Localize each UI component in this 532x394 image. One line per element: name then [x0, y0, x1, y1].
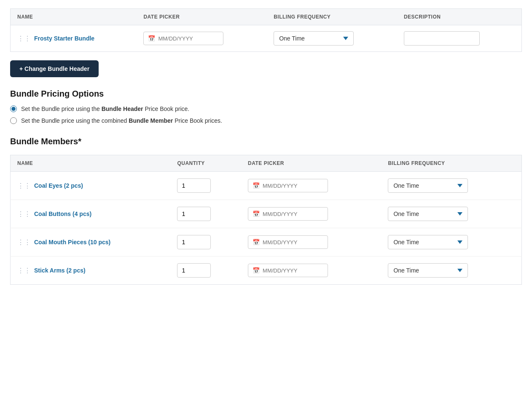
bundle-members-section: Bundle Members* NAME QUANTITY DATE PICKE… [10, 137, 522, 285]
bundle-members-table: NAME QUANTITY DATE PICKER BILLING FREQUE… [10, 155, 522, 285]
col-header-billing-frequency: BILLING FREQUENCY [267, 9, 397, 25]
member-date-cell-2: 📅 [241, 228, 381, 256]
member-qty-cell-1 [170, 200, 241, 228]
member-name-cell-2: ⋮⋮ Coal Mouth Pieces (10 pcs) [11, 228, 171, 256]
member-name-cell-0: ⋮⋮ Coal Eyes (2 pcs) [11, 172, 171, 200]
member-drag-handle-icon-2[interactable]: ⋮⋮ [17, 238, 31, 246]
member-qty-input-0[interactable] [177, 178, 211, 193]
members-col-name: NAME [11, 155, 171, 172]
member-date-input-3[interactable] [263, 267, 323, 274]
col-header-date-picker: DATE PICKER [137, 9, 267, 25]
calendar-icon-2: 📅 [253, 239, 260, 246]
member-drag-handle-icon-0[interactable]: ⋮⋮ [17, 182, 31, 190]
member-drag-handle-icon-3[interactable]: ⋮⋮ [17, 267, 31, 275]
member-row: ⋮⋮ Stick Arms (2 pcs) 📅 One TimeMonthlyA… [11, 256, 522, 285]
col-header-description: DESCRIPTION [397, 9, 522, 25]
member-date-wrapper-3: 📅 [248, 264, 328, 277]
bundle-header-row: ⋮⋮ Frosty Starter Bundle 📅 One Time Mont… [11, 25, 522, 52]
header-description-input[interactable] [404, 31, 480, 46]
members-col-quantity: QUANTITY [170, 155, 241, 172]
change-bundle-header-button[interactable]: + Change Bundle Header [10, 60, 99, 77]
bundle-member-bold: Bundle Member [129, 117, 173, 124]
header-name-cell: ⋮⋮ Frosty Starter Bundle [11, 25, 137, 52]
member-billing-select-2[interactable]: One TimeMonthlyAnnuallyWeekly [388, 235, 468, 249]
member-qty-input-2[interactable] [177, 235, 211, 249]
member-date-cell-3: 📅 [241, 256, 381, 285]
header-date-input-wrapper: 📅 [143, 32, 223, 45]
member-row: ⋮⋮ Coal Mouth Pieces (10 pcs) 📅 One Time… [11, 228, 522, 256]
header-description-cell [397, 25, 522, 52]
col-header-name: NAME [11, 9, 137, 25]
member-name-link-0[interactable]: Coal Eyes (2 pcs) [34, 182, 83, 189]
member-date-wrapper-2: 📅 [248, 235, 328, 249]
member-qty-input-1[interactable] [177, 207, 211, 221]
pricing-option-2: Set the Bundle price using the combined … [10, 117, 522, 124]
header-billing-frequency-select[interactable]: One Time Monthly Annually Weekly [274, 31, 354, 46]
member-billing-select-0[interactable]: One TimeMonthlyAnnuallyWeekly [388, 178, 468, 193]
member-date-input-1[interactable] [263, 211, 323, 217]
calendar-icon-1: 📅 [253, 210, 260, 217]
member-date-input-2[interactable] [263, 239, 323, 246]
drag-handle-icon[interactable]: ⋮⋮ [17, 35, 31, 43]
member-date-wrapper-1: 📅 [248, 207, 328, 221]
bundle-header-table: NAME DATE PICKER BILLING FREQUENCY DESCR… [10, 8, 522, 52]
member-name-link-2[interactable]: Coal Mouth Pieces (10 pcs) [34, 239, 110, 246]
member-drag-handle-icon-1[interactable]: ⋮⋮ [17, 210, 31, 218]
member-date-cell-0: 📅 [241, 172, 381, 200]
member-billing-cell-3: One TimeMonthlyAnnuallyWeekly [381, 256, 521, 285]
pricing-option-2-label[interactable]: Set the Bundle price using the combined … [21, 117, 222, 124]
member-billing-select-1[interactable]: One TimeMonthlyAnnuallyWeekly [388, 207, 468, 221]
page-wrapper: NAME DATE PICKER BILLING FREQUENCY DESCR… [0, 0, 532, 293]
member-billing-cell-1: One TimeMonthlyAnnuallyWeekly [381, 200, 521, 228]
calendar-icon-0: 📅 [253, 182, 260, 189]
calendar-icon: 📅 [148, 35, 155, 42]
member-name-link-1[interactable]: Coal Buttons (4 pcs) [34, 210, 91, 217]
member-row: ⋮⋮ Coal Buttons (4 pcs) 📅 One TimeMonthl… [11, 200, 522, 228]
members-col-billing-frequency: BILLING FREQUENCY [381, 155, 521, 172]
pricing-radio-member[interactable] [10, 117, 17, 124]
bundle-members-heading: Bundle Members* [10, 137, 522, 146]
pricing-option-1: Set the Bundle price using the Bundle He… [10, 105, 522, 112]
member-qty-cell-0 [170, 172, 241, 200]
member-name-link-3[interactable]: Stick Arms (2 pcs) [34, 267, 86, 274]
member-billing-select-3[interactable]: One TimeMonthlyAnnuallyWeekly [388, 263, 468, 278]
bundle-pricing-heading: Bundle Pricing Options [10, 89, 522, 99]
calendar-icon-3: 📅 [253, 267, 260, 274]
member-name-cell-3: ⋮⋮ Stick Arms (2 pcs) [11, 256, 171, 285]
bundle-pricing-section: Bundle Pricing Options Set the Bundle pr… [10, 89, 522, 124]
member-date-wrapper-0: 📅 [248, 179, 328, 192]
member-qty-cell-3 [170, 256, 241, 285]
header-date-input[interactable] [158, 35, 219, 42]
pricing-radio-header[interactable] [10, 105, 17, 112]
member-qty-input-3[interactable] [177, 263, 211, 278]
member-billing-cell-2: One TimeMonthlyAnnuallyWeekly [381, 228, 521, 256]
members-col-date-picker: DATE PICKER [241, 155, 381, 172]
member-name-cell-1: ⋮⋮ Coal Buttons (4 pcs) [11, 200, 171, 228]
member-row: ⋮⋮ Coal Eyes (2 pcs) 📅 One TimeMonthlyAn… [11, 172, 522, 200]
pricing-option-1-label[interactable]: Set the Bundle price using the Bundle He… [21, 105, 189, 112]
member-billing-cell-0: One TimeMonthlyAnnuallyWeekly [381, 172, 521, 200]
member-date-input-0[interactable] [263, 183, 323, 189]
header-date-cell: 📅 [137, 25, 267, 52]
header-billing-cell: One Time Monthly Annually Weekly [267, 25, 397, 52]
bundle-header-name-link[interactable]: Frosty Starter Bundle [34, 35, 94, 42]
bundle-header-bold: Bundle Header [102, 105, 143, 112]
member-date-cell-1: 📅 [241, 200, 381, 228]
member-qty-cell-2 [170, 228, 241, 256]
